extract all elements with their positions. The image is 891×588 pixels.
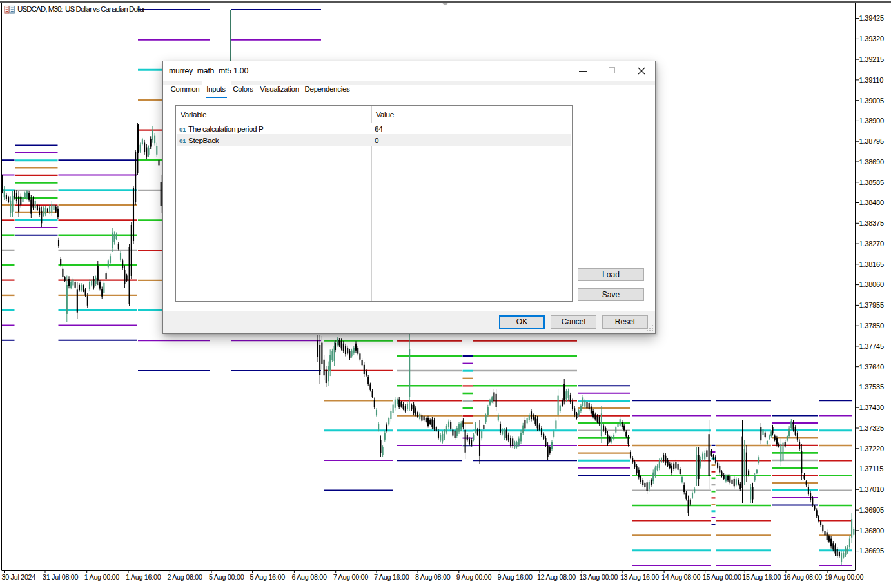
svg-text:13 Aug 16:00: 13 Aug 16:00 xyxy=(620,573,659,581)
svg-text:1.37850: 1.37850 xyxy=(859,322,884,329)
svg-text:7 Aug 16:00: 7 Aug 16:00 xyxy=(374,573,409,581)
svg-text:16 Aug 08:00: 16 Aug 08:00 xyxy=(783,573,822,581)
svg-text:1.37010: 1.37010 xyxy=(859,485,884,493)
svg-text:1.38585: 1.38585 xyxy=(859,179,884,186)
svg-text:1.39320: 1.39320 xyxy=(859,35,884,43)
svg-text:1.37325: 1.37325 xyxy=(859,424,884,432)
svg-text:1.38375: 1.38375 xyxy=(859,219,884,227)
svg-text:1.38900: 1.38900 xyxy=(859,117,884,124)
svg-text:31 Jul 08:00: 31 Jul 08:00 xyxy=(43,573,79,581)
svg-text:19 Aug 00:00: 19 Aug 00:00 xyxy=(825,573,863,581)
svg-text:15 Aug 16:00: 15 Aug 16:00 xyxy=(742,573,781,581)
svg-text:5 Aug 16:00: 5 Aug 16:00 xyxy=(250,573,286,581)
svg-text:13 Aug 00:00: 13 Aug 00:00 xyxy=(579,573,618,581)
svg-text:1.38165: 1.38165 xyxy=(859,260,884,268)
svg-text:1.38060: 1.38060 xyxy=(859,280,884,288)
svg-text:12 Aug 08:00: 12 Aug 08:00 xyxy=(537,573,576,581)
svg-text:6 Aug 08:00: 6 Aug 08:00 xyxy=(291,573,327,581)
svg-text:1.37535: 1.37535 xyxy=(859,383,884,391)
svg-text:USDCAD, M30: US Dollar vs Can: USDCAD, M30: US Dollar vs Canadian Dolla… xyxy=(17,5,146,13)
svg-text:1.37640: 1.37640 xyxy=(859,363,884,371)
svg-text:1.37220: 1.37220 xyxy=(859,445,884,453)
svg-text:1.36800: 1.36800 xyxy=(859,527,884,534)
svg-text:9 Aug 16:00: 9 Aug 16:00 xyxy=(497,573,533,581)
svg-text:1.39110: 1.39110 xyxy=(859,76,884,84)
svg-text:1.37115: 1.37115 xyxy=(859,465,884,473)
svg-text:30 Jul 2024: 30 Jul 2024 xyxy=(2,573,36,581)
svg-text:7 Aug 00:00: 7 Aug 00:00 xyxy=(333,573,369,581)
svg-text:1 Aug 16:00: 1 Aug 16:00 xyxy=(126,573,161,581)
svg-text:1.39215: 1.39215 xyxy=(859,55,884,63)
svg-text:1.39425: 1.39425 xyxy=(859,14,884,22)
svg-text:1.38270: 1.38270 xyxy=(859,240,884,248)
svg-text:1.36695: 1.36695 xyxy=(859,547,884,554)
svg-text:9 Aug 00:00: 9 Aug 00:00 xyxy=(456,573,492,581)
svg-text:1.39005: 1.39005 xyxy=(859,97,884,104)
svg-text:15 Aug 00:00: 15 Aug 00:00 xyxy=(703,573,741,581)
svg-text:2 Aug 08:00: 2 Aug 08:00 xyxy=(167,573,202,581)
svg-text:8 Aug 08:00: 8 Aug 08:00 xyxy=(415,573,451,581)
svg-text:14 Aug 08:00: 14 Aug 08:00 xyxy=(661,573,700,581)
svg-text:1.36905: 1.36905 xyxy=(859,506,884,514)
svg-text:1 Aug 00:00: 1 Aug 00:00 xyxy=(84,573,120,581)
svg-text:1.37955: 1.37955 xyxy=(859,301,884,309)
svg-text:1.37745: 1.37745 xyxy=(859,342,884,350)
svg-text:5 Aug 00:00: 5 Aug 00:00 xyxy=(209,573,244,581)
svg-text:1.37430: 1.37430 xyxy=(859,404,884,411)
svg-text:1.38480: 1.38480 xyxy=(859,199,884,206)
svg-text:1.38795: 1.38795 xyxy=(859,137,884,145)
svg-text:1.38690: 1.38690 xyxy=(859,158,884,166)
